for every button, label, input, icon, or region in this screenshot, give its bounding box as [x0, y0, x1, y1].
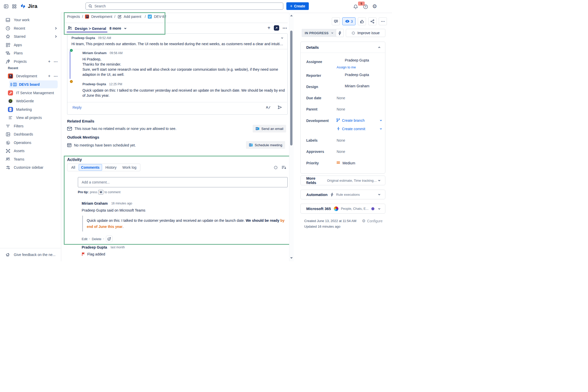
event-author[interactable]: Pradeep Gupta: [82, 245, 107, 249]
breadcrumb-issue-key[interactable]: DEV-82: [154, 15, 166, 19]
priority-value[interactable]: Medium: [342, 161, 355, 165]
sort-order-icon[interactable]: [281, 165, 286, 170]
help-icon[interactable]: ?: [363, 4, 368, 9]
send-icon[interactable]: [277, 105, 282, 109]
add-project-icon[interactable]: +: [48, 59, 51, 64]
sidebar-item-starred[interactable]: Starred: [0, 32, 61, 41]
watch-button[interactable]: 3: [342, 17, 356, 25]
m365-panel[interactable]: Microsoft 365 People, Chats, E...: [300, 204, 385, 214]
parent-value[interactable]: None: [337, 107, 345, 111]
add-reaction-button[interactable]: [106, 236, 113, 242]
jira-logo[interactable]: Jira: [20, 3, 37, 9]
automation-lightning-button[interactable]: [336, 29, 344, 37]
assign-to-me-link[interactable]: Assign to me: [337, 65, 356, 69]
comment-author[interactable]: Pradeep Gupta: [71, 36, 95, 40]
sidebar-item-customize[interactable]: Customize sidebar: [0, 163, 61, 172]
more-icon[interactable]: ⋯: [54, 74, 58, 79]
approvers-value[interactable]: None: [337, 150, 345, 154]
collapse-sidebar-button[interactable]: [3, 3, 9, 9]
create-branch-link[interactable]: Create branch: [342, 118, 365, 122]
add-comment-input[interactable]: Add a comment...: [78, 177, 288, 187]
configure-button[interactable]: ⚙ Configure: [362, 218, 383, 223]
breadcrumb-separator: /: [82, 15, 83, 19]
sidebar-item-assets[interactable]: Assets: [0, 147, 61, 155]
scroll-up-arrow[interactable]: [290, 15, 293, 16]
sidebar-item-projects[interactable]: Projects + ⋯: [0, 57, 61, 66]
sidebar-feedback-link[interactable]: Give feedback on the ne...: [0, 251, 61, 259]
tab-comments[interactable]: Comments: [79, 164, 102, 171]
reply-placeholder[interactable]: Reply: [72, 105, 82, 109]
create-button[interactable]: + Create: [286, 2, 309, 10]
tab-worklog[interactable]: Work log: [120, 164, 139, 171]
send-email-button[interactable]: Send an email: [253, 125, 286, 132]
due-date-value[interactable]: None: [337, 96, 345, 100]
reply-box[interactable]: Reply A: [72, 105, 282, 109]
sidebar-item-dashboards[interactable]: Dashboards: [0, 130, 61, 138]
main-scrollbar-thumb[interactable]: [290, 31, 292, 145]
breadcrumb-project[interactable]: Development: [91, 15, 112, 19]
list-icon: [8, 115, 13, 120]
collapse-thread-chevron-icon[interactable]: [280, 36, 284, 40]
add-tab-icon[interactable]: +: [267, 25, 271, 31]
details-header[interactable]: Details: [301, 42, 385, 50]
assignee-name[interactable]: Pradeep Gupta: [345, 58, 369, 62]
open-in-new-window-icon[interactable]: [274, 25, 279, 31]
delete-link[interactable]: Delete: [92, 237, 102, 241]
chevron-down-icon[interactable]: [379, 119, 383, 122]
edit-link[interactable]: Edit: [82, 237, 87, 241]
share-button[interactable]: [368, 17, 376, 25]
automation-panel[interactable]: Automation Rule executions: [300, 190, 385, 199]
sidebar-item-webgentle[interactable]: G WebGentle: [0, 97, 61, 105]
settings-gear-icon[interactable]: ⚙: [372, 3, 378, 10]
search-input[interactable]: Search: [85, 3, 283, 10]
sidebar-item-it-service-management[interactable]: IT Service Management: [0, 89, 61, 97]
sidebar-item-devs-board[interactable]: DEVS board: [9, 80, 58, 88]
comment-author[interactable]: Pradeep Gupta: [82, 82, 106, 86]
channel-path[interactable]: Design > General: [75, 26, 106, 31]
channel-more[interactable]: 8 more: [109, 26, 121, 30]
like-button[interactable]: [358, 17, 366, 25]
sidebar-item-view-all-projects[interactable]: View all projects: [0, 114, 61, 122]
sidebar-item-your-work[interactable]: Your work: [0, 16, 61, 24]
schedule-meeting-button[interactable]: Schedule meeting: [246, 141, 285, 149]
expand-activity-icon[interactable]: [274, 165, 278, 170]
projects-more-icon[interactable]: ⋯: [54, 59, 58, 64]
status-dropdown[interactable]: IN PROGRESS: [302, 29, 337, 37]
scroll-down-arrow[interactable]: [290, 257, 293, 259]
sidebar-item-marketing[interactable]: Marketing: [0, 105, 61, 114]
sidebar-item-apps[interactable]: Apps: [0, 41, 61, 49]
status-available-icon: ✓: [70, 49, 73, 52]
reporter-name[interactable]: Pradeep Gupta: [345, 73, 369, 77]
improve-issue-button[interactable]: Improve issue: [346, 29, 385, 37]
sidebar-item-plans[interactable]: Plans: [0, 49, 61, 57]
breadcrumb-projects[interactable]: Projects: [67, 15, 80, 19]
chevron-down-icon[interactable]: [379, 127, 383, 130]
format-icon[interactable]: A: [266, 105, 271, 109]
more-fields-panel[interactable]: More fields Original estimate, Time trac…: [300, 176, 385, 185]
tab-all[interactable]: All: [69, 164, 78, 171]
feedback-button[interactable]: [332, 17, 340, 25]
tab-history[interactable]: History: [103, 164, 119, 171]
labels-value[interactable]: None: [337, 138, 345, 142]
dashboards-icon: [5, 132, 10, 137]
chevron-down-icon[interactable]: [124, 27, 127, 30]
issue-more-button[interactable]: ⋯: [379, 17, 387, 25]
comment-author[interactable]: Miriam Graham: [82, 51, 107, 55]
notifications-bell-icon[interactable]: [353, 4, 358, 9]
sidebar-item-filters[interactable]: Filters: [0, 122, 61, 130]
jira-logo-icon: [20, 3, 26, 9]
chevron-down-icon: [377, 193, 381, 196]
sidebar-item-development[interactable]: Development + ⋯: [0, 72, 61, 80]
sidebar-item-teams[interactable]: Teams: [0, 155, 61, 163]
app-switcher-icon[interactable]: [12, 4, 17, 9]
sidebar-item-operations[interactable]: Operations: [0, 139, 61, 147]
comment-author[interactable]: Miriam Graham: [82, 201, 108, 205]
toolbar-more-icon[interactable]: ⋯: [283, 25, 287, 31]
design-name[interactable]: Miriam Graham: [345, 84, 369, 88]
breadcrumb-add-parent[interactable]: Add parent: [124, 15, 141, 19]
create-commit-link[interactable]: Create commit: [342, 127, 365, 131]
add-icon[interactable]: +: [48, 74, 51, 79]
channel-toolbar: + ⋯: [267, 25, 287, 31]
sidebar-item-recent[interactable]: Recent: [0, 24, 61, 32]
add-parent-pencil-icon[interactable]: [117, 15, 122, 19]
